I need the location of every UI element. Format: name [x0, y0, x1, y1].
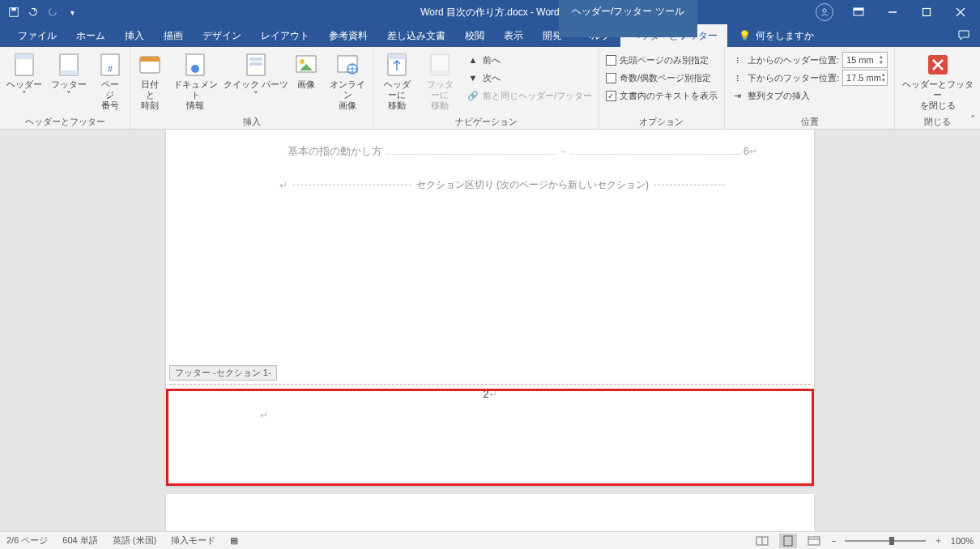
macro-record-icon[interactable]: ▦: [230, 535, 238, 546]
quick-parts-button[interactable]: クイック パーツ˅: [224, 50, 286, 102]
tab-mailings[interactable]: 差し込み文書: [377, 24, 455, 47]
group-label-options: オプション: [603, 114, 721, 129]
opt-show-text[interactable]: ✓文書内のテキストを表示: [603, 87, 721, 104]
group-navigation: ヘッダーに 移動 フッターに 移動 ▲前へ ▼次へ 🔗前と同じヘッダー/フッター…: [374, 47, 599, 129]
opt-different-first[interactable]: 先頭ページのみ別指定: [603, 52, 721, 68]
highlight-box: [166, 389, 814, 486]
align-tab-icon: ⇥: [731, 89, 744, 102]
document-area[interactable]: 基本の指の動かし方 → 6↵ ↵ セクション区切り (次のページから新しいセクシ…: [0, 130, 980, 531]
toc-page-num: 6: [744, 145, 749, 157]
group-options: 先頭ページのみ別指定 奇数/偶数ページ別指定 ✓文書内のテキストを表示 オプショ…: [599, 47, 725, 129]
group-position: ⫶上からのヘッダー位置:15 mm▲▼ ⫶下からのフッター位置:17.5 mm▲…: [725, 47, 895, 129]
goto-header-button[interactable]: ヘッダーに 移動: [377, 50, 417, 113]
window-title: Word 目次の作り方.docx - Word: [420, 6, 560, 19]
zoom-slider[interactable]: [845, 540, 926, 542]
section-break: ↵ セクション区切り (次のページから新しいセクション): [279, 178, 725, 192]
link-icon: 🔗: [467, 89, 479, 102]
tab-layout[interactable]: レイアウト: [251, 24, 319, 47]
toc-text: 基本の指の動かし方: [288, 144, 382, 159]
svg-point-2: [823, 9, 826, 12]
view-web-layout[interactable]: [805, 534, 823, 548]
svg-point-23: [300, 59, 305, 64]
group-label-hf: ヘッダーとフッター: [3, 114, 126, 129]
footer-tag: フッター -セクション 1-: [169, 365, 277, 381]
redo-icon[interactable]: [44, 3, 62, 21]
footer-boundary: [169, 384, 811, 385]
footer-button[interactable]: フッター˅: [49, 50, 91, 102]
header-pos-spinner[interactable]: 15 mm▲▼: [842, 52, 888, 68]
svg-rect-33: [784, 536, 792, 546]
checkbox-checked-icon: ✓: [606, 91, 616, 101]
link-previous: 🔗前と同じヘッダー/フッター: [463, 87, 595, 104]
checkbox-icon: [606, 73, 616, 83]
online-picture-button[interactable]: オンライン 画像: [326, 50, 370, 113]
svg-rect-1: [11, 8, 15, 11]
status-words[interactable]: 604 単語: [62, 534, 97, 547]
account-icon[interactable]: [808, 0, 841, 24]
doc-info-button[interactable]: ドキュメント 情報: [169, 50, 221, 113]
svg-rect-29: [431, 70, 449, 75]
save-icon[interactable]: [5, 3, 23, 21]
picture-button[interactable]: 画像: [290, 50, 322, 92]
group-header-footer: ヘッダー˅ フッター˅ #ページ 番号 ヘッダーとフッター: [0, 47, 130, 129]
tell-me[interactable]: 💡 何をしますか: [739, 29, 814, 43]
qat-dropdown-icon[interactable]: ▾: [63, 3, 81, 21]
date-time-button[interactable]: 日付と 時刻: [134, 50, 166, 113]
group-insert: 日付と 時刻 ドキュメント 情報 クイック パーツ˅ 画像 オンライン 画像 挿…: [130, 47, 374, 129]
quick-access-toolbar: ▾: [0, 3, 81, 21]
tab-insert[interactable]: 挿入: [115, 24, 154, 47]
header-button[interactable]: ヘッダー˅: [3, 50, 45, 102]
header-pos-icon: ⫶: [731, 53, 744, 66]
lightbulb-icon: 💡: [739, 30, 751, 41]
svg-rect-12: [60, 70, 78, 75]
tab-view[interactable]: 表示: [494, 24, 533, 47]
maximize-button[interactable]: [910, 0, 943, 24]
collapse-ribbon-icon[interactable]: ˄: [970, 114, 975, 126]
tab-file[interactable]: ファイル: [8, 24, 66, 47]
close-header-footer-button[interactable]: ヘッダーとフッター を閉じる: [898, 50, 977, 113]
status-insert-mode[interactable]: 挿入モード: [171, 534, 215, 547]
goto-footer-button[interactable]: フッターに 移動: [420, 50, 460, 113]
status-bar: 2/6 ページ 604 単語 英語 (米国) 挿入モード ▦ − ＋ 100%: [0, 531, 980, 549]
page-1: 基本の指の動かし方 → 6↵ ↵ セクション区切り (次のページから新しいセクシ…: [166, 130, 814, 486]
tab-references[interactable]: 参考資料: [319, 24, 377, 47]
view-read-mode[interactable]: [753, 534, 771, 548]
ribbon: ヘッダー˅ フッター˅ #ページ 番号 ヘッダーとフッター 日付と 時刻 ドキュ…: [0, 47, 980, 130]
view-print-layout[interactable]: [779, 534, 797, 548]
previous-icon: ▲: [467, 53, 479, 66]
title-bar: ▾ Word 目次の作り方.docx - Word ヘッダー/フッター ツール: [0, 0, 980, 24]
feedback-icon[interactable]: [948, 29, 980, 42]
close-button[interactable]: [944, 0, 977, 24]
tab-design[interactable]: デザイン: [193, 24, 251, 47]
status-page[interactable]: 2/6 ページ: [6, 534, 48, 547]
ribbon-display-icon[interactable]: [842, 0, 875, 24]
page-number-button[interactable]: #ページ 番号: [93, 50, 126, 113]
insert-align-tab[interactable]: ⇥整列タブの挿入: [728, 87, 891, 104]
tell-me-label: 何をしますか: [756, 29, 814, 43]
opt-different-oddeven[interactable]: 奇数/偶数ページ別指定: [603, 70, 721, 86]
status-language[interactable]: 英語 (米国): [113, 534, 156, 547]
zoom-level[interactable]: 100%: [951, 536, 974, 546]
svg-rect-34: [808, 537, 820, 545]
zoom-in[interactable]: ＋: [934, 534, 943, 547]
zoom-out[interactable]: −: [831, 536, 836, 546]
page-2: [166, 494, 814, 531]
nav-next[interactable]: ▼次へ: [463, 70, 595, 86]
undo-icon[interactable]: [24, 3, 42, 21]
svg-rect-16: [140, 57, 160, 62]
context-tool-tab: ヘッダー/フッター ツール: [559, 0, 697, 37]
minimize-button[interactable]: [876, 0, 909, 24]
tab-home[interactable]: ホーム: [66, 24, 115, 47]
footer-pos-icon: ⫶: [731, 71, 744, 84]
section-break-label: セクション区切り (次のページから新しいセクション): [416, 178, 649, 192]
group-label-close: 閉じる: [898, 114, 977, 129]
window-controls: [808, 0, 980, 24]
tab-review[interactable]: 校閲: [455, 24, 494, 47]
group-label-position: 位置: [728, 114, 891, 129]
footer-from-bottom[interactable]: ⫶下からのフッター位置:17.5 mm▲▼: [728, 70, 891, 86]
header-from-top[interactable]: ⫶上からのヘッダー位置:15 mm▲▼: [728, 52, 891, 68]
tab-draw[interactable]: 描画: [154, 24, 193, 47]
nav-previous[interactable]: ▲前へ: [463, 52, 595, 68]
footer-pos-spinner[interactable]: 17.5 mm▲▼: [842, 70, 888, 86]
svg-rect-4: [854, 8, 863, 11]
